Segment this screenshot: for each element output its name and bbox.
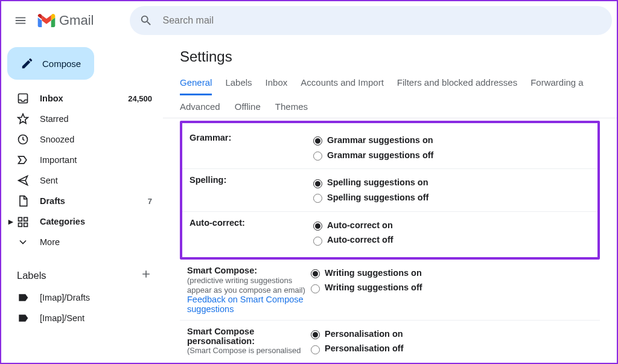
spelling-on-radio[interactable] <box>313 179 322 188</box>
setting-spelling: Spelling: Spelling suggestions on Spelli… <box>182 169 597 211</box>
smartcompose-off-option[interactable]: Writing suggestions off <box>308 280 593 295</box>
setting-label: Auto-correct: <box>190 218 310 247</box>
spelling-off-option[interactable]: Spelling suggestions off <box>310 190 590 205</box>
autocorrect-off-radio[interactable] <box>313 237 322 246</box>
personalisation-off-option[interactable]: Personalisation off <box>308 341 593 356</box>
tab-offline[interactable]: Offline <box>235 95 261 118</box>
sidebar-label-imap-sent[interactable]: [Imap]/Sent <box>1 308 163 328</box>
search-bar[interactable] <box>130 6 612 35</box>
pencil-icon <box>21 57 34 70</box>
hamburger-menu-icon[interactable] <box>6 6 35 35</box>
setting-smart-compose: Smart Compose: (predictive writing sugge… <box>180 260 600 320</box>
smart-compose-feedback-link[interactable]: Feedback on Smart Compose suggestions <box>187 295 304 314</box>
search-input[interactable] <box>161 14 602 27</box>
svg-rect-3 <box>24 217 28 221</box>
sidebar: Compose Inbox 24,500 Starred Snoozed Imp… <box>1 40 163 363</box>
sidebar-item-label: Categories <box>40 217 85 226</box>
settings-main: Settings General Labels Inbox Accounts a… <box>163 40 617 363</box>
smartcompose-on-option[interactable]: Writing suggestions on <box>308 266 593 281</box>
inbox-icon <box>17 92 29 104</box>
sidebar-item-label: [Imap]/Drafts <box>40 293 90 302</box>
setting-label: Smart Compose personalisation: (Smart Co… <box>187 327 308 356</box>
highlighted-settings-group: Grammar: Grammar suggestions on Grammar … <box>180 121 600 260</box>
sidebar-item-label: Drafts <box>40 196 65 206</box>
chevron-down-icon <box>17 236 29 248</box>
search-icon <box>139 14 153 27</box>
gmail-text: Gmail <box>59 13 94 28</box>
svg-rect-2 <box>19 217 22 221</box>
sidebar-item-starred[interactable]: Starred <box>1 109 163 129</box>
compose-button[interactable]: Compose <box>7 47 94 80</box>
sidebar-item-snoozed[interactable]: Snoozed <box>1 129 163 150</box>
grammar-off-option[interactable]: Grammar suggestions off <box>310 148 590 163</box>
sidebar-item-drafts[interactable]: Drafts 7 <box>1 191 163 211</box>
gmail-logo[interactable]: Gmail <box>37 13 94 28</box>
sidebar-item-sent[interactable]: Sent <box>1 170 163 191</box>
settings-tabs-row2: Advanced Offline Themes <box>163 95 617 118</box>
header: Gmail <box>1 1 617 40</box>
spelling-off-radio[interactable] <box>313 194 322 203</box>
gmail-logo-icon <box>37 14 56 27</box>
setting-label: Grammar: <box>190 133 310 162</box>
grammar-on-option[interactable]: Grammar suggestions on <box>310 133 590 148</box>
setting-grammar: Grammar: Grammar suggestions on Grammar … <box>182 127 597 169</box>
tab-advanced[interactable]: Advanced <box>180 95 220 118</box>
tab-filters[interactable]: Filters and blocked addresses <box>397 71 517 95</box>
sidebar-item-label: More <box>40 237 60 247</box>
sidebar-item-label: Sent <box>40 176 58 185</box>
sidebar-item-inbox[interactable]: Inbox 24,500 <box>1 88 163 109</box>
sidebar-item-label: Starred <box>40 114 69 124</box>
add-label-button[interactable] <box>140 268 152 283</box>
tab-themes[interactable]: Themes <box>275 95 308 118</box>
caret-right-icon: ▸ <box>8 217 16 226</box>
setting-label: Spelling: <box>190 175 310 205</box>
grammar-off-radio[interactable] <box>313 152 322 161</box>
personalisation-off-radio[interactable] <box>311 345 320 354</box>
tab-forwarding[interactable]: Forwarding a <box>530 71 584 95</box>
tab-labels[interactable]: Labels <box>225 71 252 95</box>
personalisation-on-option[interactable]: Personalisation on <box>308 327 593 342</box>
sent-icon <box>17 174 29 187</box>
setting-label: Smart Compose: (predictive writing sugge… <box>187 266 308 314</box>
setting-autocorrect: Auto-correct: Auto-correct on Auto-corre… <box>182 212 597 254</box>
labels-header-text: Labels <box>17 270 46 281</box>
personalisation-on-radio[interactable] <box>311 330 320 339</box>
label-icon <box>17 292 29 304</box>
clock-icon <box>17 133 29 145</box>
tab-general[interactable]: General <box>180 71 212 95</box>
sidebar-item-categories[interactable]: ▸ Categories <box>1 211 163 232</box>
sidebar-item-more[interactable]: More <box>1 232 163 252</box>
tab-accounts[interactable]: Accounts and Import <box>301 71 384 95</box>
sidebar-item-label: Important <box>40 155 77 165</box>
tab-inbox[interactable]: Inbox <box>266 71 288 95</box>
autocorrect-on-radio[interactable] <box>313 222 322 231</box>
star-icon <box>17 113 29 125</box>
svg-rect-4 <box>19 223 22 227</box>
sidebar-item-important[interactable]: Important <box>1 150 163 170</box>
autocorrect-off-option[interactable]: Auto-correct off <box>310 232 590 247</box>
sidebar-item-label: [Imap]/Sent <box>40 313 84 323</box>
drafts-icon <box>17 195 29 207</box>
sidebar-item-label: Snoozed <box>40 135 74 144</box>
svg-rect-5 <box>24 223 28 227</box>
settings-tabs-row: General Labels Inbox Accounts and Import… <box>163 71 617 95</box>
drafts-count: 7 <box>148 197 152 206</box>
inbox-count: 24,500 <box>128 94 152 103</box>
compose-label: Compose <box>42 59 81 69</box>
label-icon <box>17 312 29 324</box>
labels-header: Labels <box>1 263 163 287</box>
smartcompose-on-radio[interactable] <box>311 269 320 278</box>
categories-icon <box>17 216 29 228</box>
smartcompose-off-radio[interactable] <box>311 284 320 293</box>
autocorrect-on-option[interactable]: Auto-correct on <box>310 218 590 233</box>
spelling-on-option[interactable]: Spelling suggestions on <box>310 175 590 190</box>
important-icon <box>17 154 29 166</box>
sidebar-item-label: Inbox <box>40 94 63 103</box>
setting-smart-personalisation: Smart Compose personalisation: (Smart Co… <box>180 320 600 362</box>
sidebar-label-imap-drafts[interactable]: [Imap]/Drafts <box>1 287 163 308</box>
page-title: Settings <box>163 48 617 71</box>
grammar-on-radio[interactable] <box>313 136 322 145</box>
